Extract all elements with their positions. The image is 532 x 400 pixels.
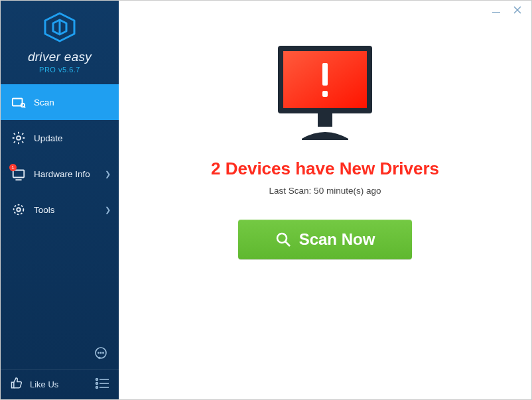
alert-monitor-icon <box>269 40 381 147</box>
sidebar: driver easy PRO v5.6.7 Scan <box>1 1 119 399</box>
close-button[interactable] <box>513 5 522 15</box>
svg-rect-8 <box>13 170 25 178</box>
nav-item-tools[interactable]: Tools ❯ <box>1 192 119 228</box>
titlebar <box>492 1 531 19</box>
feedback-button[interactable] <box>92 345 109 362</box>
app-version: PRO v5.6.7 <box>1 66 119 74</box>
chevron-right-icon: ❯ <box>105 170 111 178</box>
scan-icon <box>11 95 26 109</box>
scan-now-label: Scan Now <box>299 230 375 249</box>
svg-rect-27 <box>318 113 332 127</box>
app-window: driver easy PRO v5.6.7 Scan <box>0 0 532 400</box>
gear-icon <box>11 131 26 145</box>
svg-rect-26 <box>322 91 328 97</box>
hardware-badge: 1 <box>9 164 17 171</box>
nav-label: Tools <box>34 205 55 215</box>
svg-point-7 <box>17 136 21 140</box>
speech-bubble-icon <box>93 346 109 362</box>
magnifier-icon <box>275 232 291 247</box>
status-headline: 2 Devices have New Drivers <box>211 159 439 179</box>
tools-icon <box>11 202 26 217</box>
nav-label: Update <box>34 133 63 143</box>
thumbs-up-icon <box>10 377 23 392</box>
menu-button[interactable] <box>95 377 109 391</box>
like-us-button[interactable]: Like Us <box>30 379 58 389</box>
svg-line-6 <box>24 107 25 108</box>
svg-point-28 <box>277 233 287 243</box>
svg-point-16 <box>96 379 98 381</box>
nav-item-scan[interactable]: Scan <box>1 84 119 120</box>
sidebar-bottom: Like Us <box>1 369 119 399</box>
minimize-button[interactable] <box>492 5 501 15</box>
close-icon <box>513 6 521 14</box>
last-scan-text: Last Scan: 50 minute(s) ago <box>269 186 381 196</box>
app-logo-icon <box>1 11 119 46</box>
scan-now-button[interactable]: Scan Now <box>238 220 412 259</box>
svg-line-29 <box>285 242 290 247</box>
minimize-icon <box>492 12 500 13</box>
app-name: driver easy <box>1 50 119 64</box>
brand-block: driver easy PRO v5.6.7 <box>1 1 119 79</box>
chevron-right-icon: ❯ <box>105 206 111 214</box>
nav: Scan Update 1 <box>1 84 119 228</box>
svg-point-11 <box>17 208 21 212</box>
svg-point-18 <box>96 383 98 385</box>
nav-label: Scan <box>34 98 54 107</box>
nav-label: Hardware Info <box>34 169 90 179</box>
nav-item-hardware-info[interactable]: 1 Hardware Info ❯ <box>1 156 119 192</box>
svg-point-10 <box>14 205 24 215</box>
svg-point-14 <box>100 352 101 353</box>
nav-item-update[interactable]: Update <box>1 120 119 156</box>
list-icon <box>95 377 109 389</box>
main-panel: 2 Devices have New Drivers Last Scan: 50… <box>119 1 531 399</box>
svg-rect-25 <box>322 63 328 86</box>
svg-point-13 <box>98 352 99 353</box>
svg-point-20 <box>96 387 98 389</box>
svg-point-15 <box>103 352 103 353</box>
